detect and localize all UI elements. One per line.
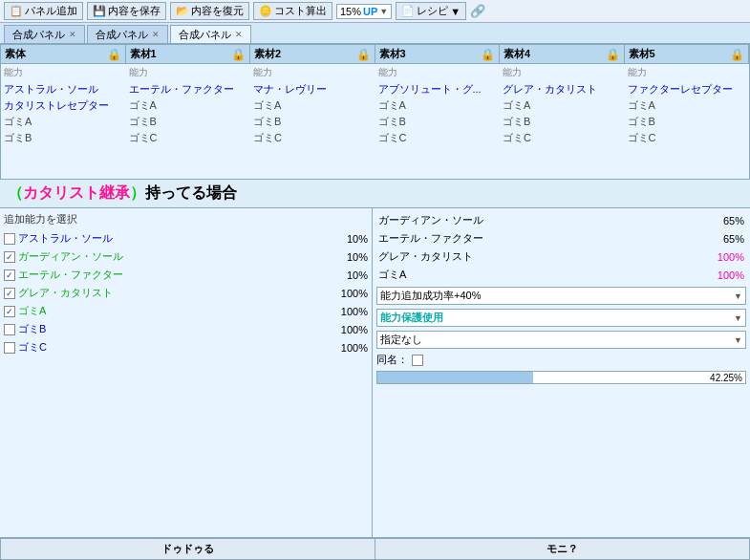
action-button-left[interactable]: ドゥドゥる xyxy=(0,538,375,560)
recipe-button[interactable]: 📄 レシピ ▼ xyxy=(396,2,466,20)
list-item: ゴミC xyxy=(628,130,747,146)
col-1-lock-icon[interactable]: 🔒 xyxy=(231,48,246,61)
col-5: 素材5 🔒 能力 ファクターレセプター ゴミA ゴミB ゴミC xyxy=(625,45,750,179)
tab-2-label: 合成パネル xyxy=(179,28,231,42)
cost-icon: 🪙 xyxy=(259,5,272,17)
main-content: 素体 🔒 能力 アストラル・ソール カタリストレセプター ゴミA ゴミB 素材1… xyxy=(0,44,750,560)
tab-2-close[interactable]: ✕ xyxy=(235,30,243,39)
col-0-body: 能力 アストラル・ソール カタリストレセプター ゴミA ゴミB xyxy=(1,64,126,179)
tab-0[interactable]: 合成パネル ✕ xyxy=(4,25,85,43)
cost-label: コスト算出 xyxy=(274,4,327,18)
dropdown-2[interactable]: 能力保護使用 ▼ xyxy=(376,309,746,327)
list-item: アストラル・ソール xyxy=(4,81,123,97)
ability-checkbox-2[interactable] xyxy=(4,269,15,281)
col-2-lock-icon[interactable]: 🔒 xyxy=(356,48,371,61)
action-button-right[interactable]: モニ？ xyxy=(375,538,750,560)
banner-open-paren: （ xyxy=(8,183,23,204)
bottom-buttons: ドゥドゥる モニ？ xyxy=(0,537,750,560)
col-1-body: 能力 エーテル・ファクター ゴミA ゴミB ゴミC xyxy=(126,64,251,179)
restore-label: 内容を復元 xyxy=(191,4,244,18)
save-icon: 💾 xyxy=(93,5,106,17)
ability-row-6: ゴミC 100% xyxy=(4,338,368,356)
col-1-title: 素材1 xyxy=(130,47,157,61)
col-0-lock-icon[interactable]: 🔒 xyxy=(107,48,121,61)
col-2-header: 素材2 🔒 xyxy=(250,45,375,64)
ability-check-left-1: ガーディアン・ソール xyxy=(4,249,123,264)
col-2-title: 素材2 xyxy=(254,47,281,61)
prob-pct-3: 100% xyxy=(701,269,744,281)
progress-bar-fill xyxy=(377,372,533,383)
banner-keyword: カタリスト継承 xyxy=(23,183,130,204)
banner: （ カタリスト継承 ） 持ってる場合 xyxy=(0,180,750,207)
ability-name-0: アストラル・ソール xyxy=(18,231,113,246)
pct-selector[interactable]: 15% UP ▼ xyxy=(336,4,392,19)
dropdown-1-label: 能力追加成功率+40% xyxy=(380,289,734,303)
ability-name-3: グレア・カタリスト xyxy=(18,286,113,300)
tab-2[interactable]: 合成パネル ✕ xyxy=(170,25,251,43)
list-item: ゴミB xyxy=(628,114,747,130)
list-item: エーテル・ファクター xyxy=(129,81,248,97)
recipe-icon: 📄 xyxy=(401,5,415,17)
dropdown-1[interactable]: 能力追加成功率+40% ▼ xyxy=(376,287,746,305)
ability-checkbox-3[interactable] xyxy=(4,288,15,299)
ability-name-2: エーテル・ファクター xyxy=(18,268,123,282)
tab-1-close[interactable]: ✕ xyxy=(152,30,160,39)
share-icon[interactable]: 🔗 xyxy=(470,4,485,18)
col-3-lock-icon[interactable]: 🔒 xyxy=(481,48,495,61)
col-5-ability-label: 能力 xyxy=(628,66,747,79)
tab-1[interactable]: 合成パネル ✕ xyxy=(87,25,168,43)
tab-0-close[interactable]: ✕ xyxy=(69,30,76,39)
ability-checkbox-5[interactable] xyxy=(4,324,15,335)
list-item: ゴミC xyxy=(503,130,622,146)
dropdown-3[interactable]: 指定なし ▼ xyxy=(376,331,746,349)
left-panel: 追加能力を選択 アストラル・ソール 10% ガーディアン・ソール 10% エ xyxy=(0,208,373,537)
ability-check-left-6: ゴミC xyxy=(4,340,47,355)
prob-name-3: ゴミA xyxy=(378,268,406,282)
ability-pct-6: 100% xyxy=(341,342,368,354)
restore-icon: 📂 xyxy=(176,5,189,17)
ability-checkbox-6[interactable] xyxy=(4,342,15,354)
col-0-title: 素体 xyxy=(5,47,26,61)
col-1-header: 素材1 🔒 xyxy=(126,45,251,64)
col-5-lock-icon[interactable]: 🔒 xyxy=(730,48,744,61)
ability-name-1: ガーディアン・ソール xyxy=(18,249,123,264)
cost-calc-button[interactable]: 🪙 コスト算出 xyxy=(253,2,332,20)
col-4-title: 素材4 xyxy=(504,47,530,61)
list-item: ゴミA xyxy=(378,97,498,114)
list-item: ゴミC xyxy=(253,130,373,146)
ability-name-6: ゴミC xyxy=(18,340,47,355)
dropdown-3-label: 指定なし xyxy=(380,333,734,347)
same-name-label: 同名： xyxy=(376,353,408,367)
dropdown-3-arrow-icon: ▼ xyxy=(734,335,742,345)
ability-checkbox-1[interactable] xyxy=(4,251,15,263)
ability-pct-0: 10% xyxy=(347,233,368,245)
prob-row-0: ガーディアン・ソール 65% xyxy=(376,212,746,228)
col-4-lock-icon[interactable]: 🔒 xyxy=(606,48,620,61)
save-content-button[interactable]: 💾 内容を保存 xyxy=(87,2,166,20)
prob-row-1: エーテル・ファクター 65% xyxy=(376,230,746,247)
ability-checkbox-4[interactable] xyxy=(4,306,15,317)
bottom-section: 追加能力を選択 アストラル・ソール 10% ガーディアン・ソール 10% エ xyxy=(0,207,750,537)
add-panel-button[interactable]: 📋 パネル追加 xyxy=(4,2,83,20)
ability-checkbox-0[interactable] xyxy=(4,233,15,245)
left-panel-title: 追加能力を選択 xyxy=(4,212,368,226)
list-item: ゴミB xyxy=(129,114,248,130)
ability-pct-4: 100% xyxy=(341,306,368,317)
same-name-row: 同名： xyxy=(376,353,746,367)
col-3-title: 素材3 xyxy=(379,47,406,61)
synthesis-grid: 素体 🔒 能力 アストラル・ソール カタリストレセプター ゴミA ゴミB 素材1… xyxy=(0,44,750,180)
col-3-body: 能力 アブソリュート・グ... ゴミA ゴミB ゴミC xyxy=(375,64,501,179)
list-item: ゴミB xyxy=(4,130,123,146)
ability-row-5: ゴミB 100% xyxy=(4,320,368,338)
restore-content-button[interactable]: 📂 内容を復元 xyxy=(170,2,249,20)
ability-check-left-3: グレア・カタリスト xyxy=(4,286,113,300)
progress-bar-container: 42.25% xyxy=(376,371,746,384)
list-item: ゴミB xyxy=(253,114,373,130)
same-name-checkbox[interactable] xyxy=(412,355,423,366)
ability-row-3: グレア・カタリスト 100% xyxy=(4,284,368,302)
ability-row-4: ゴミA 100% xyxy=(4,302,368,320)
list-item: ゴミA xyxy=(503,97,622,114)
col-2: 素材2 🔒 能力 マナ・レヴリー ゴミA ゴミB ゴミC xyxy=(250,45,375,179)
tab-0-label: 合成パネル xyxy=(12,28,65,42)
list-item: ファクターレセプター xyxy=(628,81,747,97)
